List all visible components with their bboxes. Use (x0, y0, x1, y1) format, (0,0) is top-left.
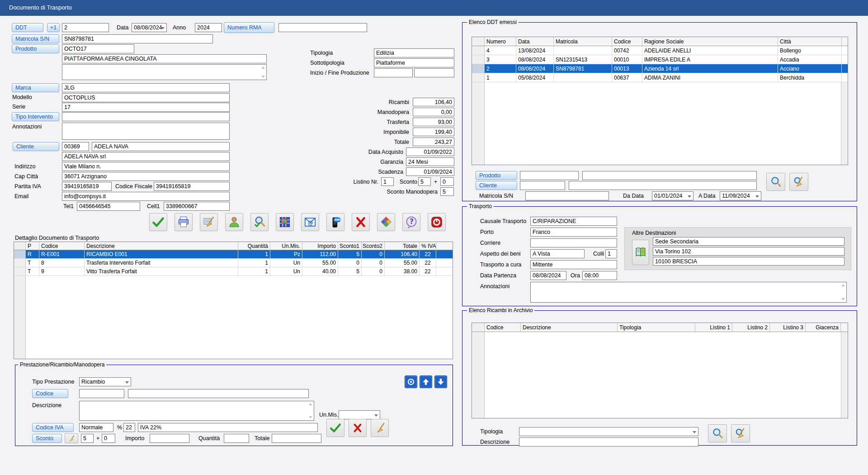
serie-input[interactable] (62, 103, 230, 112)
cell1-input[interactable] (164, 202, 230, 211)
elenco-ddt-row[interactable]: 1 05/08/2024 00637 ADIMA ZANINI Berchidd… (472, 73, 848, 82)
prodotto-note-textarea[interactable] (62, 64, 267, 80)
move-down-button[interactable] (434, 375, 447, 388)
email-input[interactable] (62, 192, 230, 201)
elenco-ddt-row-selected[interactable]: 2 08/08/2024 SN8798781 00013 Azienda 14 … (472, 64, 848, 73)
ricambi-input[interactable] (413, 98, 454, 106)
record-button[interactable] (405, 375, 417, 388)
inizio-produzione-input[interactable] (374, 68, 413, 77)
numero-rma-input[interactable] (278, 23, 367, 32)
search-prodotto-descrizione-input[interactable] (582, 171, 757, 180)
elenco-ddt-grid[interactable]: Numero Data Matricola Codice Ragione Soc… (472, 37, 848, 165)
corriere-input[interactable] (530, 238, 617, 247)
search-cliente-codice-input[interactable] (520, 181, 565, 190)
aspetto-beni-input[interactable] (530, 249, 585, 258)
numero-rma-button[interactable]: Numero RMA (224, 22, 274, 33)
matricola-button[interactable]: Matricola S/N (12, 34, 59, 43)
imponibile-input[interactable] (413, 128, 454, 136)
cap-citta-input[interactable] (62, 172, 230, 181)
trasporto-cura-input[interactable] (530, 260, 617, 269)
tel1-input[interactable] (77, 202, 140, 211)
prestazione-codice-input[interactable] (79, 389, 124, 398)
quantita-input[interactable] (224, 434, 249, 443)
ragione-sociale-input[interactable] (62, 152, 230, 161)
plus-one-button[interactable]: +1 (47, 23, 60, 32)
search-prodotto-button[interactable]: Prodotto (476, 171, 517, 180)
codice-iva-button[interactable]: Codice IVA (32, 423, 74, 432)
prestazione-descrizione-textarea[interactable] (79, 401, 314, 421)
fine-produzione-input[interactable] (414, 68, 454, 77)
data-acquisto-input[interactable] (406, 147, 454, 156)
cliente-codice-input[interactable] (62, 142, 89, 151)
ddt-search-clean-button[interactable] (789, 173, 808, 191)
ddt-search-button[interactable] (766, 173, 785, 191)
da-data-combo[interactable]: 01/01/2024 (652, 191, 693, 200)
elenco-ricambi-grid[interactable]: Codice Descrizione Tipologia Listino 1 L… (472, 323, 848, 418)
manodopera-input[interactable] (413, 108, 454, 116)
prodotto-codice-input[interactable] (62, 44, 134, 53)
prestazione-sconto2-input[interactable] (102, 434, 115, 443)
elenco-ddt-row[interactable]: 4 13/08/2024 00742 ADELAIDE ANELLI Bolle… (472, 46, 848, 55)
ricambi-descrizione-input[interactable] (519, 437, 698, 446)
codice-fiscale-input[interactable] (154, 182, 230, 191)
totale-input[interactable] (413, 138, 454, 146)
dettaglio-row-selected[interactable]: R R-E001 RICAMBIO E001 1 Pz 112.00 5 0 1… (14, 250, 453, 259)
colli-input[interactable] (605, 249, 617, 258)
dettaglio-grid[interactable]: P Codice Descrizione Quantità Un.Mis. Im… (14, 242, 453, 359)
scroll-up-icon[interactable] (309, 403, 312, 405)
ricambi-tipologia-combo[interactable] (519, 427, 698, 436)
ora-input[interactable] (582, 271, 617, 280)
marca-input[interactable] (62, 83, 230, 92)
destinazione-riga1-input[interactable] (653, 237, 844, 246)
marca-button[interactable]: Marca (12, 83, 59, 92)
data-partenza-input[interactable] (530, 271, 566, 280)
anno-input[interactable] (195, 23, 222, 32)
scadenza-input[interactable] (406, 167, 454, 176)
iva-percent-input[interactable] (123, 423, 135, 432)
modello-input[interactable] (62, 93, 230, 102)
sconto2-input[interactable] (440, 177, 454, 186)
ricambi-search-clean-button[interactable] (731, 424, 750, 442)
prestazione-sconto1-input[interactable] (81, 434, 94, 443)
prodotto-descrizione-input[interactable] (62, 54, 267, 63)
dettaglio-row[interactable]: T 9 Vitto Trasferta Forfait 1 Un 40.00 5… (14, 267, 453, 276)
scroll-down-icon[interactable] (309, 416, 312, 418)
sconto-manodopera-input[interactable] (440, 187, 454, 196)
search-cliente-button[interactable]: Cliente (476, 181, 517, 190)
cliente-nome-input[interactable] (92, 142, 230, 151)
iva-codice-input[interactable] (79, 423, 113, 432)
prestazione-clean-button[interactable] (371, 419, 389, 437)
sconto1-input[interactable] (418, 177, 431, 186)
trasporto-annotazioni-textarea[interactable] (530, 282, 847, 303)
delete-button[interactable] (352, 213, 370, 231)
search-prodotto-codice-input[interactable] (520, 171, 579, 180)
sconto-clean-button[interactable] (65, 433, 78, 443)
prestazione-confirm-button[interactable] (326, 419, 344, 437)
garanzia-input[interactable] (406, 157, 454, 166)
rubrica-button[interactable] (632, 240, 649, 265)
a-data-combo[interactable]: 11/09/2024 (720, 191, 761, 200)
sottotipologia-input[interactable] (374, 58, 454, 67)
elenco-ddt-row[interactable]: 3 08/08/2024 SN12315413 00010 IMPRESA ED… (472, 55, 848, 64)
scroll-down-icon[interactable] (261, 76, 265, 78)
calendar-check-button[interactable] (276, 213, 294, 231)
email-button[interactable]: @ (301, 213, 319, 231)
ddt-number-input[interactable] (62, 23, 109, 32)
iva-descrizione-input[interactable] (138, 423, 318, 432)
help-button[interactable]: ? (402, 213, 420, 231)
tipo-intervento-input[interactable] (62, 112, 230, 121)
data-combo[interactable]: 08/08/2024 (132, 23, 167, 32)
partita-iva-input[interactable] (62, 182, 112, 191)
importo-input[interactable] (150, 434, 189, 443)
search-matricola-input[interactable] (525, 191, 609, 200)
scroll-up-icon[interactable] (261, 66, 265, 69)
tipo-prestazione-combo[interactable]: Ricambio (79, 377, 131, 386)
destinazione-riga3-input[interactable] (653, 257, 844, 266)
matricola-input[interactable] (62, 34, 213, 43)
dettaglio-row[interactable]: T 8 Trasferta Intervento Forfait 1 Un 55… (14, 259, 453, 267)
tipologia-input[interactable] (374, 48, 454, 57)
indirizzo-input[interactable] (62, 162, 230, 171)
print-button[interactable] (175, 213, 193, 231)
listino-nr-input[interactable] (381, 177, 394, 186)
destinazione-riga2-input[interactable] (653, 247, 844, 256)
